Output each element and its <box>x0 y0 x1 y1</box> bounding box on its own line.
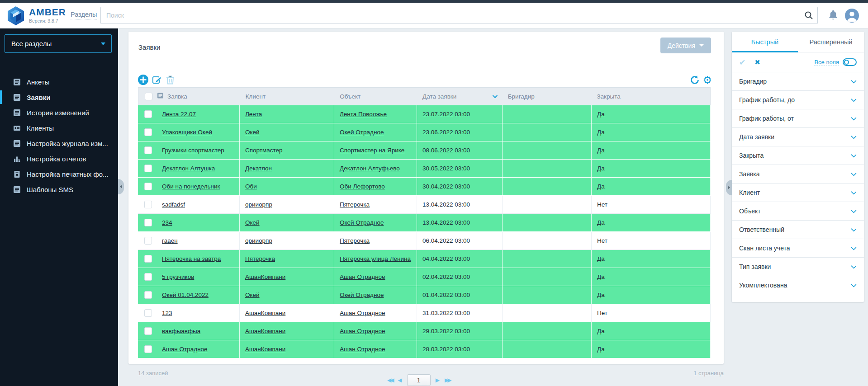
column-header[interactable]: Клиент <box>240 88 335 105</box>
search-input[interactable] <box>100 7 818 24</box>
filter-field-row[interactable]: Заявка <box>732 165 864 183</box>
gear-icon[interactable]: ⚙ <box>702 75 712 85</box>
request-link[interactable]: Пятерочка на завтра <box>162 255 221 262</box>
prev-page-button[interactable]: ◀ <box>398 377 402 383</box>
last-page-button[interactable]: ▶▶ <box>445 377 450 383</box>
request-link[interactable]: Окей 01.04.2022 <box>162 292 209 298</box>
user-avatar[interactable] <box>845 9 859 23</box>
object-link[interactable]: Ашан Отрадное <box>340 328 385 334</box>
add-record-button[interactable] <box>138 74 149 85</box>
collapse-sidebar-handle[interactable] <box>118 179 124 194</box>
object-link[interactable]: Ашан Отрадное <box>340 310 385 316</box>
search-icon[interactable] <box>804 11 813 20</box>
column-header[interactable]: Закрыта <box>591 88 710 105</box>
filter-field-row[interactable]: Клиент <box>732 183 864 202</box>
filter-field-row[interactable]: Укомплектована <box>732 276 864 294</box>
collapse-filter-handle[interactable] <box>726 180 732 195</box>
client-link[interactable]: Пятерочка <box>245 255 275 262</box>
refresh-icon[interactable] <box>690 75 700 85</box>
table-row[interactable]: гааенорииорпрПятерочка06.04.2022 03:00Не… <box>138 232 711 250</box>
row-checkbox[interactable] <box>144 255 152 263</box>
tab-quick-filter[interactable]: Быстрый <box>732 32 798 52</box>
row-checkbox[interactable] <box>144 110 152 118</box>
table-row[interactable]: Пятерочка на завтраПятерочкаПятерочка ул… <box>138 250 711 268</box>
request-link[interactable]: Лента 22.07 <box>162 111 196 118</box>
row-checkbox[interactable] <box>144 273 152 281</box>
client-link[interactable]: орииорпр <box>245 237 272 244</box>
request-link[interactable]: Декатлон Алтушка <box>162 165 215 172</box>
request-link[interactable]: Оби на понедельник <box>162 183 220 190</box>
all-sections-dropdown[interactable]: Все разделы <box>5 34 112 53</box>
client-link[interactable]: Декатлон <box>245 165 272 172</box>
filter-field-row[interactable]: Бригадир <box>732 72 864 90</box>
table-row[interactable]: Упаковщики ОкейОкейОкей Отрадное23.06.20… <box>138 123 711 141</box>
table-row[interactable]: 123АшанКомпаниАшан Отрадное31.03.2022 03… <box>138 304 711 322</box>
all-fields-link[interactable]: Все поля <box>814 59 839 66</box>
filter-field-row[interactable]: Закрыта <box>732 146 864 165</box>
table-row[interactable]: 234ОкейОкей Отрадное13.04.2022 03:00Да <box>138 214 711 232</box>
table-row[interactable]: Ашан ОтрадноеАшанКомпаниАшан Отрадное28.… <box>138 340 711 358</box>
client-link[interactable]: АшанКомпани <box>245 346 285 353</box>
delete-record-button[interactable] <box>166 75 175 85</box>
filter-field-row[interactable]: Объект <box>732 202 864 220</box>
table-row[interactable]: Окей 01.04.2022ОкейОкей Отрадное01.04.20… <box>138 286 711 304</box>
request-link[interactable]: 234 <box>162 219 172 226</box>
sections-link[interactable]: Разделы <box>71 11 97 19</box>
row-checkbox[interactable] <box>144 183 152 190</box>
client-link[interactable]: АшанКомпани <box>245 273 285 280</box>
request-link[interactable]: Упаковщики Окей <box>162 129 212 136</box>
object-link[interactable]: Пятерочка <box>340 201 370 208</box>
column-header[interactable]: Заявка <box>138 88 240 105</box>
object-link[interactable]: Окей Отрадное <box>340 292 384 298</box>
sidebar-item[interactable]: Клиенты <box>0 120 118 136</box>
object-link[interactable]: Декатлон Алтуфьево <box>340 165 400 172</box>
request-link[interactable]: Ашан Отрадное <box>162 346 208 353</box>
column-header[interactable]: Объект <box>334 88 417 105</box>
sidebar-item[interactable]: Заявки <box>0 89 118 105</box>
row-checkbox[interactable] <box>144 327 152 335</box>
client-link[interactable]: Окей <box>245 219 260 226</box>
request-link[interactable]: 5 грузчиков <box>162 273 194 280</box>
first-page-button[interactable]: ◀◀ <box>387 377 393 383</box>
filter-field-row[interactable]: Ответственный <box>732 220 864 239</box>
row-checkbox[interactable] <box>144 146 152 154</box>
table-row[interactable]: Оби на понедельникОбиОби Лефортово30.04.… <box>138 178 711 196</box>
filter-field-row[interactable]: Скан листа учета <box>732 239 864 257</box>
object-link[interactable]: Пятерочка улица Ленина <box>340 255 411 262</box>
sidebar-item[interactable]: Анкеты <box>0 74 118 89</box>
client-link[interactable]: Оби <box>245 183 257 190</box>
request-link[interactable]: Грузчики спортмастер <box>162 147 224 154</box>
table-row[interactable]: вавфыавфыаАшанКомпаниАшан Отрадное29.03.… <box>138 322 711 340</box>
client-link[interactable]: Окей <box>245 292 260 298</box>
clear-filter-icon[interactable]: ✖ <box>754 58 760 66</box>
row-checkbox[interactable] <box>144 291 152 299</box>
client-link[interactable]: АшанКомпани <box>245 328 285 334</box>
edit-record-button[interactable] <box>152 75 162 85</box>
column-header[interactable]: Бригадир <box>503 88 592 105</box>
row-checkbox[interactable] <box>144 237 152 245</box>
object-link[interactable]: Окей Отрадное <box>340 129 384 136</box>
object-link[interactable]: Ашан Отрадное <box>340 346 385 353</box>
filter-field-row[interactable]: Тип заявки <box>732 257 864 276</box>
notifications-bell-icon[interactable] <box>828 9 839 21</box>
object-link[interactable]: Окей Отрадное <box>340 219 384 226</box>
row-checkbox[interactable] <box>144 128 152 136</box>
tab-advanced-filter[interactable]: Расширенный <box>798 32 864 52</box>
client-link[interactable]: Спортмастер <box>245 147 283 154</box>
object-link[interactable]: Ашан Отрадное <box>340 273 385 280</box>
filter-field-row[interactable]: График работы, до <box>732 90 864 109</box>
object-link[interactable]: Пятерочка <box>340 237 370 244</box>
client-link[interactable]: орииорпр <box>245 201 272 208</box>
client-link[interactable]: Окей <box>245 129 260 136</box>
row-checkbox[interactable] <box>144 309 152 317</box>
table-row[interactable]: sadfadsfорииорпрПятерочка13.04.2022 03:0… <box>138 196 711 214</box>
request-link[interactable]: гааен <box>162 237 178 244</box>
sidebar-item[interactable]: Настройка печатных фо... <box>0 166 118 182</box>
page-number-input[interactable] <box>407 374 431 386</box>
sidebar-item[interactable]: Шаблоны SMS <box>0 182 118 197</box>
table-row[interactable]: 5 грузчиковАшанКомпаниАшан Отрадное02.04… <box>138 268 711 286</box>
apply-filter-icon[interactable]: ✔ <box>739 58 745 67</box>
request-link[interactable]: вавфыавфыа <box>162 328 200 334</box>
object-link[interactable]: Оби Лефортово <box>340 183 385 190</box>
row-checkbox[interactable] <box>144 165 152 172</box>
